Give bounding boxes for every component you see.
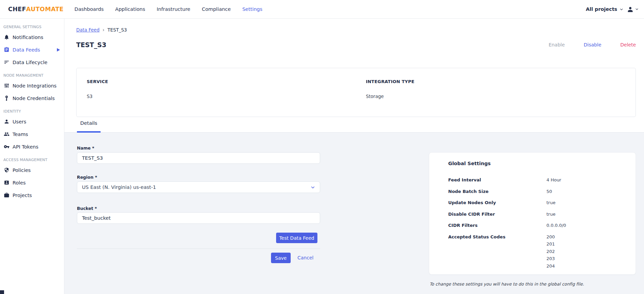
- navbar-right: All projects: [586, 6, 639, 13]
- bell-icon: [3, 34, 9, 40]
- sidebar-item-node-credentials[interactable]: Node Credentials: [0, 92, 64, 104]
- service-label: SERVICE: [87, 79, 108, 84]
- page-title: TEST_S3: [76, 41, 106, 48]
- nav-item-dashboards[interactable]: Dashboards: [75, 6, 104, 12]
- settings-sidebar: GENERAL SETTINGS Notifications Data Feed…: [0, 19, 64, 294]
- setting-value: 201: [546, 240, 555, 248]
- user-menu[interactable]: [627, 6, 639, 13]
- global-settings-rows: Feed Interval 4 Hour Node Batch Size 50 …: [448, 176, 636, 270]
- main-content: Data Feed › TEST_S3 TEST_S3 Enable Disab…: [64, 19, 644, 294]
- tab-bar: Details: [64, 119, 644, 133]
- setting-row-update-nodes-only: Update Nodes Only true: [448, 199, 636, 207]
- sidebar-item-label: Roles: [13, 180, 26, 185]
- nav-item-infrastructure[interactable]: Infrastructure: [157, 6, 190, 12]
- chevron-down-icon: [635, 7, 639, 11]
- user-avatar-icon: [627, 6, 634, 13]
- integration-type-column: INTEGRATION TYPE Storage: [366, 79, 414, 99]
- active-tab-underline: [77, 131, 101, 133]
- setting-label: CIDR Filters: [448, 222, 546, 229]
- sidebar-item-label: Node Integrations: [13, 83, 57, 89]
- nav-item-applications[interactable]: Applications: [115, 6, 145, 12]
- sidebar-heading-identity: IDENTITY: [0, 107, 64, 115]
- projects-filter-label: All projects: [586, 6, 617, 12]
- sidebar-item-label: Data Lifecycle: [13, 60, 47, 65]
- clipboard-icon: [3, 47, 9, 53]
- breadcrumb-link-data-feed[interactable]: Data Feed: [76, 27, 100, 33]
- right-triangle-icon[interactable]: [57, 48, 60, 52]
- sidebar-item-label: Policies: [13, 168, 31, 173]
- service-summary-card: SERVICE S3 INTEGRATION TYPE Storage: [76, 68, 636, 117]
- shield-icon: [3, 167, 9, 173]
- global-settings-note: To change these settings you will have t…: [430, 281, 584, 287]
- service-column: SERVICE S3: [87, 79, 108, 99]
- key-icon: [3, 144, 9, 150]
- enable-button[interactable]: Enable: [548, 42, 565, 47]
- nav-item-compliance[interactable]: Compliance: [202, 6, 231, 12]
- logo-automate: AUTOMATE: [26, 6, 64, 13]
- sidebar-item-label: Node Credentials: [13, 96, 55, 101]
- setting-label: Node Batch Size: [448, 188, 546, 195]
- setting-row-cidr-filters: CIDR Filters 0.0.0.0/0: [448, 222, 636, 229]
- sidebar-item-policies[interactable]: Policies: [0, 164, 64, 176]
- setting-value: true: [546, 199, 556, 207]
- setting-row-accepted-status-codes: Accepted Status Codes 200 201 202 203 20…: [448, 233, 636, 270]
- setting-value: 0.0.0.0/0: [546, 222, 566, 229]
- test-data-feed-button[interactable]: Test Data Feed: [276, 233, 317, 243]
- setting-label: Feed Interval: [448, 176, 546, 184]
- sidebar-item-notifications[interactable]: Notifications: [0, 31, 64, 43]
- setting-row-disable-cidr-filter: Disable CIDR Filter true: [448, 211, 636, 218]
- cancel-button[interactable]: Cancel: [297, 255, 313, 260]
- setting-value: 50: [546, 188, 552, 195]
- breadcrumb: Data Feed › TEST_S3: [76, 27, 127, 33]
- region-selected-value: US East (N. Virginia) us-east-1: [82, 184, 156, 190]
- tab-details[interactable]: Details: [77, 119, 101, 133]
- corner-artifact: [0, 290, 4, 294]
- setting-value: 203: [546, 255, 555, 262]
- sidebar-item-data-feeds[interactable]: Data Feeds: [0, 43, 64, 56]
- region-select[interactable]: US East (N. Virginia) us-east-1: [77, 181, 320, 193]
- logo-chef: CHEF: [8, 6, 26, 13]
- sidebar-item-label: Notifications: [13, 35, 43, 40]
- sidebar-item-users[interactable]: Users: [0, 115, 64, 128]
- sidebar-item-projects[interactable]: Projects: [0, 189, 64, 201]
- sidebar-heading-general-settings: GENERAL SETTINGS: [0, 23, 64, 31]
- name-input[interactable]: [77, 152, 320, 164]
- sidebar-item-teams[interactable]: Teams: [0, 128, 64, 140]
- setting-label: Update Nodes Only: [448, 199, 546, 207]
- sidebar-item-data-lifecycle[interactable]: Data Lifecycle: [0, 56, 64, 68]
- region-field-label: Region *: [77, 175, 97, 180]
- sidebar-heading-access-management: ACCESS MANAGEMENT: [0, 156, 64, 164]
- setting-value: 4 Hour: [546, 176, 561, 184]
- global-settings-panel: Global Settings Feed Interval 4 Hour Nod…: [429, 152, 636, 275]
- nav-item-settings[interactable]: Settings: [242, 6, 262, 12]
- integration-type-value: Storage: [366, 94, 414, 99]
- sidebar-item-roles[interactable]: Roles: [0, 176, 64, 189]
- sidebar-item-node-integrations[interactable]: Node Integrations: [0, 79, 64, 92]
- bucket-field-label: Bucket *: [77, 206, 97, 211]
- sidebar-item-api-tokens[interactable]: API Tokens: [0, 140, 64, 153]
- breadcrumb-separator: ›: [103, 27, 104, 33]
- sidebar-heading-node-management: NODE MANAGEMENT: [0, 71, 64, 79]
- chef-automate-logo[interactable]: CHEFAUTOMATE: [8, 6, 64, 13]
- save-button[interactable]: Save: [271, 253, 291, 263]
- service-value: S3: [87, 94, 108, 99]
- name-field-label: Name *: [77, 145, 94, 151]
- sidebar-item-label: Users: [13, 119, 26, 124]
- team-icon: [3, 131, 9, 137]
- setting-row-node-batch-size: Node Batch Size 50: [448, 188, 636, 195]
- delete-button[interactable]: Delete: [620, 42, 636, 47]
- sidebar-item-label: Projects: [13, 193, 32, 198]
- form-divider: [77, 249, 320, 249]
- list-icon: [3, 59, 9, 65]
- key-vertical-icon: [3, 95, 9, 101]
- page-actions: Enable Disable Delete: [548, 42, 636, 47]
- setting-value: 200: [546, 233, 555, 241]
- sidebar-item-label: API Tokens: [13, 144, 38, 150]
- setting-label: Accepted Status Codes: [448, 233, 546, 270]
- projects-filter-dropdown[interactable]: All projects: [586, 6, 623, 12]
- setting-label: Disable CIDR Filter: [448, 211, 546, 218]
- disable-button[interactable]: Disable: [584, 42, 601, 47]
- chevron-down-icon: [311, 185, 315, 190]
- briefcase-icon: [3, 192, 9, 198]
- bucket-input[interactable]: [77, 212, 320, 224]
